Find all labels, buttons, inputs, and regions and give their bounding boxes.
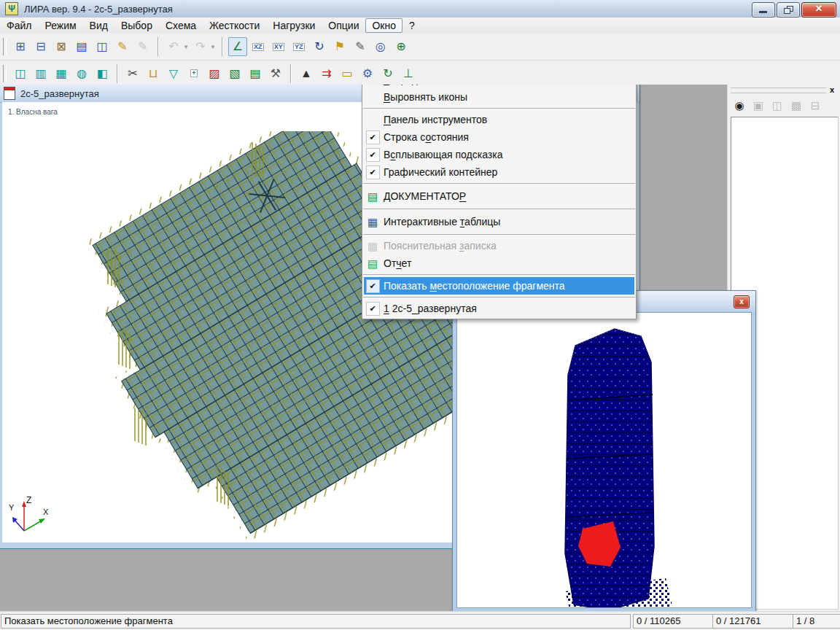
wall-columns-button[interactable]: ▥ <box>31 64 50 83</box>
rotate-z-icon: ↻ <box>383 68 392 79</box>
zoom-tool-button[interactable]: ◎ <box>371 37 390 56</box>
polyfilter-pencil-button[interactable]: ✎ <box>351 37 370 56</box>
view-isometric-button[interactable]: ∠ <box>228 37 247 56</box>
menu-item-explanatory-note[interactable]: ▩Пояснительная записка <box>362 237 636 254</box>
menubar-item-файл[interactable]: Файл <box>0 18 38 33</box>
menubar-item-режим[interactable]: Режим <box>38 18 82 33</box>
add-node-button[interactable]: + <box>184 64 203 83</box>
rotate-z-button[interactable]: ↻ <box>378 64 397 83</box>
save-image-button[interactable]: ▣ <box>751 98 766 113</box>
cube-rotate-button[interactable]: ◧ <box>93 64 112 83</box>
menu-item-label: Показать местоположение фрагмента <box>384 280 565 292</box>
globe-view-icon: ⊕ <box>396 41 405 52</box>
menu-item-status-line[interactable]: ✔Строка состояния <box>362 128 636 146</box>
menu-item-arrange-icons[interactable]: Выровнять иконы <box>362 88 636 106</box>
titlebar[interactable]: Ψ ЛИРА вер. 9.4 - 2с-5_развернутая <box>0 0 840 18</box>
menu-item-documentor[interactable]: ▤ДОКУМЕНТАТОР <box>362 186 636 206</box>
menubar-item-?[interactable]: ? <box>402 18 421 33</box>
delete-basket-button[interactable]: ⊔ <box>144 64 163 83</box>
save-scheme-button[interactable]: ⊟ <box>31 37 50 56</box>
view-xz-button[interactable]: XZ <box>249 37 268 56</box>
text-document-button[interactable]: ▤ <box>72 37 91 56</box>
checkmark-icon: ✔ <box>366 302 380 316</box>
invert-triangle-button[interactable]: ▽ <box>164 64 183 83</box>
camera-snapshot-button[interactable]: ◉ <box>732 98 747 113</box>
menu-separator <box>363 209 635 209</box>
fragment-image-button[interactable]: ▩ <box>789 98 804 113</box>
edit-hand-disabled-button[interactable]: ✎ <box>133 37 152 56</box>
slab-grid-button[interactable]: ▦ <box>52 64 71 83</box>
menu-item-show-fragment-location[interactable]: ✔Показать местоположение фрагмента <box>364 277 634 295</box>
edit-hand-pencil-button[interactable]: ✎ <box>113 37 132 56</box>
menu-item-label: 1 2с-5_развернутая <box>384 303 477 314</box>
add-node-icon: + <box>190 69 197 77</box>
view-xy-icon: XY <box>273 43 284 51</box>
menubar-item-жесткости[interactable]: Жесткости <box>203 18 266 33</box>
cylinder-solid-button[interactable]: ◍ <box>72 64 91 83</box>
mdi-workspace: 2с-5_развернутая 1. Власна вага <box>0 85 840 611</box>
menu-item-window-1[interactable]: ✔1 2с-5_развернутая <box>362 300 636 317</box>
fragment-location-window: x <box>452 290 756 611</box>
scissors-cut-button[interactable]: ✂ <box>123 64 142 83</box>
menu-bar: ФайлРежимВидВыборСхемаЖесткостиНагрузкиО… <box>0 18 840 34</box>
menu-item-report[interactable]: ▤Отчет <box>362 254 636 272</box>
redo-dropdown-arrow[interactable]: ▼ <box>210 44 216 50</box>
menu-separator <box>363 297 635 298</box>
view-xy-button[interactable]: XY <box>269 37 288 56</box>
coordinate-axes: Z Y X <box>7 494 52 538</box>
undo-dropdown-arrow[interactable]: ▼ <box>183 44 189 50</box>
cone-support-icon: ▲ <box>300 68 312 79</box>
toolbar-grip[interactable] <box>3 65 7 82</box>
menubar-item-нагрузки[interactable]: Нагрузки <box>266 18 322 33</box>
toolbar-grip[interactable] <box>3 38 7 55</box>
frame-3d-button[interactable]: ◫ <box>11 64 30 83</box>
polyfilter-pencil-icon: ✎ <box>355 41 365 52</box>
menubar-item-опции[interactable]: Опции <box>322 18 365 33</box>
cube-rotate-icon: ◧ <box>96 68 107 79</box>
app-icon: Ψ <box>5 2 18 15</box>
report-icon: ▤ <box>368 258 378 269</box>
menubar-item-вид[interactable]: Вид <box>83 18 114 33</box>
close-button[interactable] <box>801 2 836 18</box>
text-document-icon: ▤ <box>76 41 87 52</box>
elements-gear-button[interactable]: ⚙ <box>358 64 377 83</box>
copy-image-button[interactable]: ◫ <box>770 98 785 113</box>
copy-fragment-button[interactable]: ▨ <box>205 64 224 83</box>
loads-arrows-button[interactable]: ⇉ <box>317 64 336 83</box>
panel-close-icon[interactable]: x <box>827 85 837 95</box>
status-loadcase-counter: 1 / 8 <box>793 614 840 629</box>
print-image-button[interactable]: ⊟ <box>808 98 822 113</box>
window-title: ЛИРА вер. 9.4 - 2с-5_развернутая <box>24 4 173 15</box>
menu-item-interactive-tables[interactable]: ▦Интерактивные таблицы <box>362 211 636 232</box>
wrench-settings-icon: ⚒ <box>271 68 281 79</box>
menu-item-graphic-container[interactable]: ✔Графический контейнер <box>362 163 636 181</box>
globe-view-button[interactable]: ⊕ <box>392 37 411 56</box>
draw-flags-button[interactable]: ⚑ <box>330 37 349 56</box>
menu-item-label: Отчет <box>384 257 411 269</box>
undo-button[interactable]: ↶ <box>164 37 183 56</box>
menubar-item-выбор[interactable]: Выбор <box>114 18 159 33</box>
restore-button[interactable] <box>777 2 800 18</box>
menu-item-tooltip-popup[interactable]: ✔Всплывающая подсказка <box>362 146 636 163</box>
rotate-view-button[interactable]: ↻ <box>310 37 329 56</box>
menu-item-gutter <box>365 90 380 104</box>
fragment-dashed-box-button[interactable]: ▭ <box>338 64 357 83</box>
clamp-support-button[interactable]: ⊥ <box>399 64 418 83</box>
minimize-button[interactable] <box>752 2 775 18</box>
menu-item-toolbar-panel[interactable]: Панель инструментов <box>362 111 636 128</box>
cone-support-button[interactable]: ▲ <box>297 64 316 83</box>
redo-button[interactable]: ↷ <box>191 37 210 56</box>
menubar-item-окно[interactable]: Окно <box>365 18 402 33</box>
pack-task-button[interactable]: ⊠ <box>52 37 71 56</box>
view-yz-button[interactable]: YZ <box>289 37 308 56</box>
panel-grip[interactable] <box>731 88 826 93</box>
menubar-item-схема[interactable]: Схема <box>159 18 203 33</box>
copy-scheme-button[interactable]: ▧ <box>225 64 244 83</box>
print-image-icon: ⊟ <box>811 99 820 112</box>
new-window-scheme-button[interactable]: ⊞ <box>11 37 30 56</box>
print-preview-button[interactable]: ◫ <box>93 37 112 56</box>
wrench-settings-button[interactable]: ⚒ <box>266 64 285 83</box>
notes-book-button[interactable]: ▤ <box>246 64 265 83</box>
toolbar-area: ⊞⊟⊠▤◫✎✎↶▼↷▼∠XZXYYZ↻⚑✎◎⊕ ◫▥▦◍◧✂⊔▽+▨▧▤⚒▲⇉▭… <box>0 34 840 85</box>
fragment-window-close-button[interactable]: x <box>734 295 750 308</box>
